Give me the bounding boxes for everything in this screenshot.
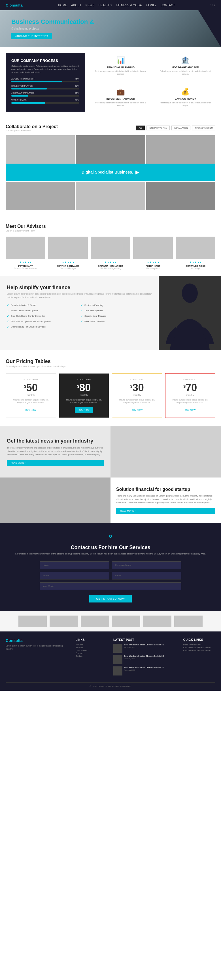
footer-about-text: Lorem ipsum is simply dummy text of the …	[6, 644, 70, 651]
finance-section: Help simplify your finance Lorem ipsum d…	[0, 276, 221, 350]
twitter-icon[interactable]: t	[213, 4, 213, 7]
facebook-icon[interactable]: f	[210, 4, 212, 7]
savings-icon: 💰	[158, 88, 213, 96]
contact-section: Contact us For hire Our Services Lorem i…	[0, 523, 221, 611]
pricing-price-1: $50	[9, 382, 52, 394]
portfolio-item-1[interactable]	[6, 135, 75, 164]
portfolio-item-4[interactable]	[6, 182, 75, 210]
person-silhouette	[159, 276, 221, 350]
feature-5: ✓ One Click Demo Content Importer	[7, 315, 78, 318]
get-started-button[interactable]: GET STARTED NOW	[89, 595, 132, 603]
solution-heading: Solution financial for good startup	[116, 487, 215, 492]
footer-quick-3[interactable]: Click One A WordPress Theme	[183, 649, 215, 651]
progress-label-webthemes: WEB THEMES	[11, 99, 27, 102]
nav-contact[interactable]: CONTACT	[161, 4, 175, 7]
pricing-card-1: STANDARD $50 monthly Mauris purus semper…	[6, 373, 56, 418]
contact-company-input[interactable]	[112, 561, 182, 569]
advisor-5: ★★★★★ GERTRUDE ROSE UI Design	[176, 237, 215, 269]
partners-section	[0, 611, 221, 632]
pricing-period-2: monthly	[63, 394, 106, 396]
logo[interactable]: C onsulta	[6, 3, 23, 7]
advisor-4-title: Marketing Buzz	[133, 267, 173, 269]
investment-desc: Pellentesque semper sollicitudin at elit…	[93, 102, 148, 107]
pricing-btn-1[interactable]: BUY NOW	[22, 407, 40, 413]
footer-quick-1[interactable]: Press Enter to Start	[183, 644, 215, 646]
pricing-period-3: monthly	[115, 394, 159, 396]
portfolio-banner[interactable]: Digital Specialist Business. ▶	[6, 164, 215, 181]
feature-5-text: One Click Demo Content Importer	[11, 315, 45, 317]
pricing-btn-3[interactable]: BUY NOW	[128, 407, 146, 413]
logo-text: onsulta	[9, 3, 22, 7]
mortgage-title: MORTGAGE ADVISOR	[158, 66, 213, 69]
footer-post-2: Best Windows Shades Choices Both in 3D F…	[113, 655, 178, 664]
collaborate-section: Collaborate on a Project sub-design & De…	[0, 117, 221, 217]
finance-desc: Lorem ipsum dolor sit amet consectetur a…	[7, 292, 152, 299]
nav-news[interactable]: NEWS	[85, 4, 95, 7]
contact-phone-input[interactable]	[39, 572, 109, 579]
advisor-4-rating: ★★★★★	[133, 261, 173, 264]
feature-4: ✓ Time Management	[81, 309, 152, 312]
filter-tab-film1[interactable]: INTERACTIVE FILM	[147, 126, 170, 130]
footer-link-1[interactable]: About us	[76, 644, 108, 646]
footer-link-3[interactable]: Case Studies	[76, 649, 108, 651]
contact-form	[39, 561, 182, 590]
hero-cta-button[interactable]: AROUND THE INTERNET	[11, 33, 52, 39]
nav-family[interactable]: FAMILY	[146, 4, 157, 7]
feature-3-text: Fully Customizable Options	[11, 309, 38, 312]
footer-link-2[interactable]: Services	[76, 646, 108, 649]
advisor-5-img	[176, 237, 215, 259]
process-card-investment: 💼 INVESTMENT ADVISOR Pellentesque semper…	[91, 84, 151, 111]
progress-fill-html5	[11, 88, 47, 89]
pricing-sub: Fusce dignissim blandit justo, eget elem…	[6, 365, 215, 368]
advisors-heading: Meet Our Advisors	[6, 224, 215, 229]
star-2: ★	[22, 261, 24, 264]
footer-post-2-img	[113, 655, 122, 664]
filter-tab-all[interactable]: ALL	[136, 126, 145, 130]
advisor-1-rating: ★ ★ ★ ★ ★	[6, 261, 45, 264]
nav-about[interactable]: ABOUT	[71, 4, 82, 7]
progress-item-photoshop: ADOBE PHOTOSHOP 75%	[11, 78, 79, 83]
footer-link-4[interactable]: Features	[76, 652, 108, 654]
progress-label-joomla: JOOMLA TEMPLATES	[11, 92, 35, 94]
feature-2: ✓ Business Planning	[81, 304, 152, 307]
nav-home[interactable]: HOME	[58, 4, 67, 7]
feature-2-text: Business Planning	[84, 304, 103, 307]
pricing-btn-4[interactable]: BUY NOW	[181, 407, 199, 413]
savings-desc: Pellentesque semper sollicitudin at elit…	[158, 102, 213, 107]
contact-model-input[interactable]	[39, 582, 182, 590]
footer-post-1-title: Best Windows Shades Choices Both in 3D	[124, 644, 164, 646]
footer-post-3-text: Best Windows Shades Choices Both in 3D F…	[124, 667, 164, 676]
filter-tab-installation[interactable]: INSTALLATION	[171, 126, 190, 130]
divider-circle-icon	[109, 535, 112, 538]
check-icon-5: ✓	[7, 315, 9, 318]
rss-icon[interactable]: r	[215, 4, 215, 7]
footer-post-3: Best Windows Shades Choices Both in 3D F…	[113, 667, 178, 676]
news-read-more-button[interactable]: READ MORE +	[7, 460, 104, 466]
news-heading: Get the latest news in your Industry	[7, 438, 104, 444]
contact-email-input[interactable]	[112, 572, 182, 579]
pricing-desc-4: Mauris purus semper, aliqua sollicitu el…	[169, 399, 212, 404]
investment-title: INVESTMENT ADVISOR	[93, 97, 148, 100]
footer-post-1: Best Windows Shades Choices Both in 3D F…	[113, 644, 178, 653]
advisor-5-title: UI Design	[176, 267, 215, 269]
portfolio-item-6[interactable]	[146, 182, 215, 210]
nav-healthy[interactable]: HEALTHY	[99, 4, 112, 7]
footer-quick-heading: QUICK LINKS	[183, 638, 215, 641]
footer-link-5[interactable]: Contact	[76, 655, 108, 657]
portfolio-item-3[interactable]	[146, 135, 215, 164]
portfolio-item-5[interactable]	[76, 182, 145, 210]
feature-3: ✓ Fully Customizable Options	[7, 309, 78, 312]
contact-name-input[interactable]	[39, 561, 109, 569]
nav-fitness[interactable]: FITNESS & YOGA	[117, 4, 142, 7]
filter-tab-film2[interactable]: INTERACTIVE FILM	[192, 126, 215, 130]
finance-image	[159, 276, 221, 350]
process-cards: 📊 FINANCIAL PLANNING Pellentesque semper…	[91, 53, 215, 111]
banner-play-icon[interactable]: ▶	[136, 169, 139, 175]
pricing-btn-2[interactable]: BUY NOW	[75, 407, 93, 413]
footer-quick-2[interactable]: Click One A WordPress Theme	[183, 646, 215, 649]
solution-read-more-button[interactable]: READ MORE +	[116, 508, 215, 514]
process-card-savings: 💰 SAVINGS MONEY Pellentesque semper soll…	[155, 84, 215, 111]
nav-social: f t r	[210, 4, 215, 7]
progress-pct-webthemes: 50%	[75, 99, 79, 102]
portfolio-item-2[interactable]	[76, 135, 145, 164]
